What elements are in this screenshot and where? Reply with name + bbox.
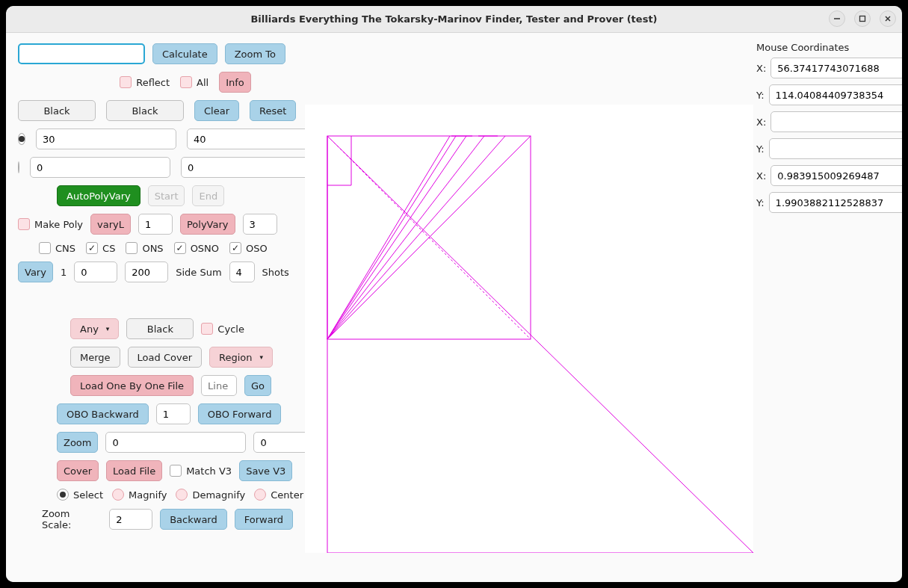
chevron-down-icon: ▾ — [106, 325, 110, 332]
make-poly-checkbox[interactable]: Make Poly — [18, 218, 83, 230]
coord-y1-label: Y: — [756, 90, 765, 101]
save-v3-button[interactable]: Save V3 — [239, 460, 292, 481]
info-button[interactable]: Info — [219, 72, 251, 93]
merge-button[interactable]: Merge — [70, 347, 120, 368]
angle2a-input[interactable] — [30, 157, 170, 178]
forward-button[interactable]: Forward — [235, 509, 293, 530]
load-obo-button[interactable]: Load One By One File — [70, 375, 194, 396]
varyl-input[interactable] — [138, 214, 173, 235]
cs-checkbox[interactable]: CS — [86, 242, 115, 254]
osno-checkbox[interactable]: OSNO — [174, 242, 219, 254]
close-button[interactable] — [880, 10, 896, 27]
side-sum-input[interactable] — [229, 261, 255, 282]
coord-y2-label: Y: — [756, 143, 765, 155]
zoom-button[interactable]: Zoom — [57, 432, 98, 453]
minimize-button[interactable] — [829, 10, 845, 27]
angle1a-input[interactable] — [36, 129, 176, 149]
coords-title: Mouse Coordinates — [756, 42, 901, 53]
reset-button[interactable]: Reset — [250, 100, 296, 121]
coord-x3-input[interactable] — [770, 165, 902, 186]
polyvary-button[interactable]: PolyVary — [180, 214, 235, 235]
demagnify-radio[interactable]: Demagnify — [176, 489, 245, 501]
svg-line-7 — [327, 136, 505, 339]
vary-val2-input[interactable] — [125, 261, 168, 282]
ons-checkbox[interactable]: ONS — [126, 242, 163, 254]
oso-checkbox[interactable]: OSO — [229, 242, 268, 254]
calculate-button[interactable]: Calculate — [152, 43, 217, 64]
chevron-down-icon: ▾ — [260, 353, 264, 361]
load-cover-button[interactable]: Load Cover — [128, 347, 202, 368]
coord-x1-input[interactable] — [770, 58, 902, 78]
coord-y3-input[interactable] — [769, 192, 902, 213]
all-checkbox[interactable]: All — [180, 76, 209, 88]
zoom-scale-label: Zoom Scale: — [42, 508, 102, 530]
shots-label: Shots — [262, 267, 289, 278]
end-button: End — [192, 185, 224, 206]
select-radio[interactable]: Select — [57, 489, 103, 501]
vary-val1-input[interactable] — [74, 261, 117, 282]
autopolyvary-button[interactable]: AutoPolyVary — [57, 185, 140, 206]
svg-rect-1 — [860, 16, 865, 22]
black2-button[interactable]: Black — [106, 100, 184, 121]
obo-forward-button[interactable]: OBO Forward — [198, 403, 282, 424]
any-dropdown[interactable]: Any▾ — [70, 318, 119, 339]
canvas-area — [305, 33, 753, 582]
polyvary-input[interactable] — [243, 214, 277, 235]
load-file-button[interactable]: Load File — [106, 460, 162, 481]
black3-button[interactable]: Black — [126, 318, 194, 339]
cycle-checkbox[interactable]: Cycle — [201, 323, 244, 335]
vary-button[interactable]: Vary — [18, 261, 53, 282]
coord-y2-input[interactable] — [769, 138, 902, 159]
obo-input[interactable] — [156, 403, 191, 424]
line-input[interactable] — [201, 375, 237, 396]
coord-x1-label: X: — [756, 63, 766, 74]
clear-button[interactable]: Clear — [194, 100, 239, 121]
coord-x2-label: X: — [756, 117, 766, 128]
coord-y3-label: Y: — [756, 197, 765, 208]
plot-canvas[interactable] — [305, 105, 753, 553]
center-radio[interactable]: Center — [254, 489, 303, 501]
mouse-coords-panel: Mouse Coordinates X: Y: X: Y: X: Y: — [753, 33, 902, 582]
start-button: Start — [148, 185, 185, 206]
reflect-checkbox[interactable]: Reflect — [120, 76, 170, 88]
zoom-scale-input[interactable] — [109, 509, 152, 530]
obo-backward-button[interactable]: OBO Backward — [57, 403, 149, 424]
zoom-val1-input[interactable] — [105, 432, 246, 453]
match-v3-checkbox[interactable]: Match V3 — [170, 465, 232, 477]
titlebar: Billiards Everything The Tokarsky-Marino… — [6, 6, 902, 33]
coord-x2-input[interactable] — [770, 111, 902, 132]
black1-button[interactable]: Black — [18, 100, 96, 121]
coord-y1-input[interactable] — [769, 84, 902, 105]
vary-idx-label: 1 — [61, 267, 67, 278]
angle-row1-radio[interactable] — [18, 133, 25, 145]
region-dropdown[interactable]: Region▾ — [209, 347, 273, 368]
cover-button[interactable]: Cover — [57, 460, 99, 481]
angle-row2-radio[interactable] — [18, 161, 19, 173]
main-input[interactable] — [18, 43, 145, 64]
zoom-to-button[interactable]: Zoom To — [225, 43, 285, 64]
maximize-button[interactable] — [854, 10, 871, 27]
svg-line-10 — [327, 136, 456, 339]
backward-button[interactable]: Backward — [160, 509, 227, 530]
magnify-radio[interactable]: Magnify — [112, 489, 167, 501]
controls-panel: Calculate Zoom To Reflect All Info Black… — [6, 33, 305, 582]
side-sum-label: Side Sum — [176, 267, 221, 278]
coord-x3-label: X: — [756, 170, 766, 182]
window-title: Billiards Everything The Tokarsky-Marino… — [250, 13, 657, 25]
svg-line-9 — [327, 136, 466, 339]
cns-checkbox[interactable]: CNS — [39, 242, 75, 254]
angle2b-input[interactable] — [181, 157, 321, 178]
go-button[interactable]: Go — [244, 375, 271, 396]
varyl-button[interactable]: varyL — [90, 214, 131, 235]
